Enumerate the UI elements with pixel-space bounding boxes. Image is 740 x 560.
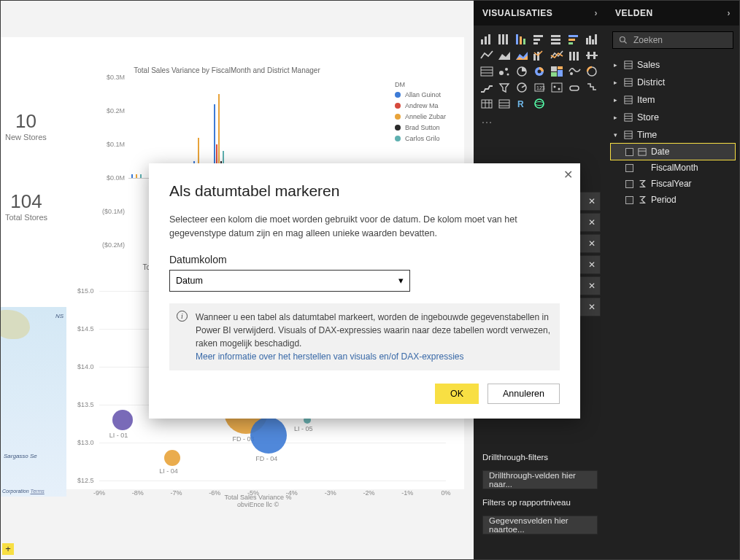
date-column-select[interactable]: Datum ▾ (169, 270, 410, 292)
legend-item[interactable]: Annelie Zubar (395, 113, 446, 120)
scatter-bubble[interactable] (250, 417, 287, 454)
viz-type-icon[interactable] (567, 81, 582, 94)
drillthrough-dropzone[interactable]: Drillthrough-velden hier naar... (482, 470, 598, 489)
viz-type-icon[interactable] (497, 33, 512, 46)
viz-type-icon[interactable] (479, 49, 494, 62)
viz-type-icon[interactable] (567, 33, 582, 46)
viz-type-icon[interactable] (585, 81, 599, 94)
table-node[interactable]: ▾Time (611, 126, 735, 144)
viz-type-icon[interactable]: 123 (532, 81, 547, 94)
viz-type-icon[interactable] (550, 33, 564, 46)
viz-type-icon[interactable] (497, 97, 512, 110)
table-node[interactable]: ▸Item (611, 91, 735, 109)
bar-ytick: $0.0M (96, 174, 125, 182)
visualizations-header[interactable]: VISUALISATIES › (474, 1, 606, 26)
svg-rect-88 (639, 149, 646, 155)
viz-type-icon[interactable] (532, 97, 547, 110)
table-node[interactable]: ▸Store (611, 109, 735, 126)
viz-type-icon[interactable] (585, 65, 599, 78)
viz-type-icon[interactable] (514, 49, 529, 62)
svg-point-71 (620, 37, 625, 42)
map-visual[interactable]: NS Sargasso Se Corporation Terms (1, 307, 66, 497)
viz-type-icon[interactable] (497, 81, 512, 94)
search-input[interactable]: Zoeken (612, 31, 733, 49)
viz-type-icon[interactable] (585, 49, 599, 62)
viz-type-icon[interactable] (514, 33, 529, 46)
scatter-bubble-label: LI - 04 (159, 467, 178, 475)
table-node[interactable]: ▸District (611, 74, 735, 91)
svg-rect-5 (506, 34, 508, 44)
viz-type-icon[interactable] (514, 65, 529, 78)
viz-type-icon[interactable]: R (514, 97, 529, 110)
svg-rect-14 (551, 42, 560, 44)
viz-type-icon[interactable] (532, 65, 547, 78)
legend-item[interactable]: Andrew Ma (395, 102, 446, 109)
viz-type-icon[interactable] (479, 65, 494, 78)
chevron-right-icon[interactable]: › (728, 8, 731, 18)
field-node[interactable]: FiscalMonth (611, 160, 735, 176)
remove-field-icon[interactable]: ✕ (588, 238, 596, 249)
viz-type-icon[interactable] (497, 49, 512, 62)
scatter-bubble[interactable] (164, 450, 180, 466)
viz-type-icon[interactable] (532, 49, 547, 62)
scatter-xtick: -2% (363, 489, 374, 497)
viz-type-icon[interactable] (497, 65, 512, 78)
report-filters-dropzone[interactable]: Gegevensvelden hier naartoe... (482, 516, 598, 534)
remove-field-icon[interactable]: ✕ (588, 302, 596, 312)
bar-ytick: $0.1M (96, 141, 125, 148)
viz-type-icon[interactable] (514, 81, 529, 94)
remove-field-icon[interactable]: ✕ (588, 196, 596, 206)
field-checkbox[interactable] (625, 196, 633, 204)
viz-type-icon[interactable] (550, 65, 564, 78)
viz-type-icon[interactable] (550, 49, 564, 62)
svg-rect-73 (625, 61, 632, 69)
table-node[interactable]: ▸Sales (611, 56, 735, 74)
svg-rect-2 (488, 34, 490, 44)
chevron-right-icon[interactable]: › (595, 8, 598, 18)
scatter-ytick: $14.0 (77, 363, 94, 370)
svg-rect-3 (498, 34, 501, 44)
svg-rect-79 (625, 96, 632, 104)
remove-field-icon[interactable]: ✕ (588, 217, 596, 228)
svg-point-54 (558, 88, 560, 90)
field-checkbox[interactable] (625, 148, 633, 156)
remove-field-icon[interactable]: ✕ (588, 260, 596, 270)
info-icon: i (177, 311, 188, 322)
field-checkbox[interactable] (625, 164, 633, 172)
learn-more-link[interactable]: Meer informatie over het herstellen van … (196, 351, 464, 362)
svg-rect-10 (533, 39, 540, 41)
svg-point-38 (507, 74, 509, 76)
field-node[interactable]: Period (611, 192, 735, 208)
viz-type-icon[interactable] (479, 97, 494, 110)
viz-type-icon[interactable] (550, 81, 564, 94)
viz-type-icon[interactable] (567, 65, 582, 78)
bar-ytick: $0.3M (96, 74, 125, 81)
viz-type-icon[interactable] (479, 33, 494, 46)
viz-type-icon[interactable] (567, 49, 582, 62)
ok-button[interactable]: OK (435, 384, 479, 404)
svg-rect-26 (537, 52, 539, 61)
remove-field-icon[interactable]: ✕ (588, 281, 596, 291)
legend-item[interactable]: Allan Guinot (395, 91, 446, 98)
scatter-bubble[interactable] (112, 410, 133, 430)
svg-point-53 (554, 86, 556, 88)
legend-item[interactable]: Brad Sutton (395, 124, 446, 131)
svg-rect-33 (481, 67, 493, 76)
bar-chart-legend: DM Allan GuinotAndrew MaAnnelie ZubarBra… (395, 81, 446, 146)
viz-type-icon[interactable] (585, 33, 599, 46)
svg-rect-17 (569, 42, 573, 44)
legend-item[interactable]: Carlos Grilo (395, 135, 446, 142)
date-column-label: Datumkolom (169, 254, 560, 265)
viz-type-icon[interactable] (532, 33, 547, 46)
legend-header: DM (395, 81, 446, 88)
field-node[interactable]: Date (611, 144, 735, 160)
fields-header[interactable]: VELDEN › (606, 1, 739, 26)
field-checkbox[interactable] (625, 180, 633, 188)
dialog-description: Selecteer een kolom die moet worden gebr… (169, 213, 560, 241)
cancel-button[interactable]: Annuleren (487, 384, 560, 404)
svg-rect-12 (551, 35, 560, 37)
viz-type-icon[interactable] (479, 81, 494, 94)
add-page-tab[interactable]: + (2, 543, 14, 555)
field-node[interactable]: FiscalYear (611, 176, 735, 192)
close-icon[interactable]: ✕ (563, 168, 573, 182)
